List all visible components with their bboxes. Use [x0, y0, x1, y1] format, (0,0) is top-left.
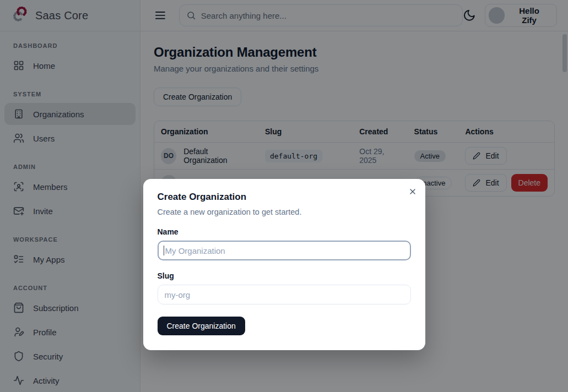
slug-field-label: Slug	[158, 271, 411, 280]
create-organization-modal: Create Organization Create a new organiz…	[143, 179, 425, 350]
name-field-label: Name	[158, 227, 411, 236]
submit-create-organization-button[interactable]: Create Organization	[158, 317, 245, 335]
close-icon[interactable]	[408, 187, 417, 196]
modal-subtitle: Create a new organization to get started…	[158, 208, 411, 216]
modal-title: Create Organization	[158, 192, 411, 203]
text-caret	[164, 246, 165, 255]
name-field[interactable]	[158, 241, 411, 260]
slug-field[interactable]	[158, 285, 411, 304]
